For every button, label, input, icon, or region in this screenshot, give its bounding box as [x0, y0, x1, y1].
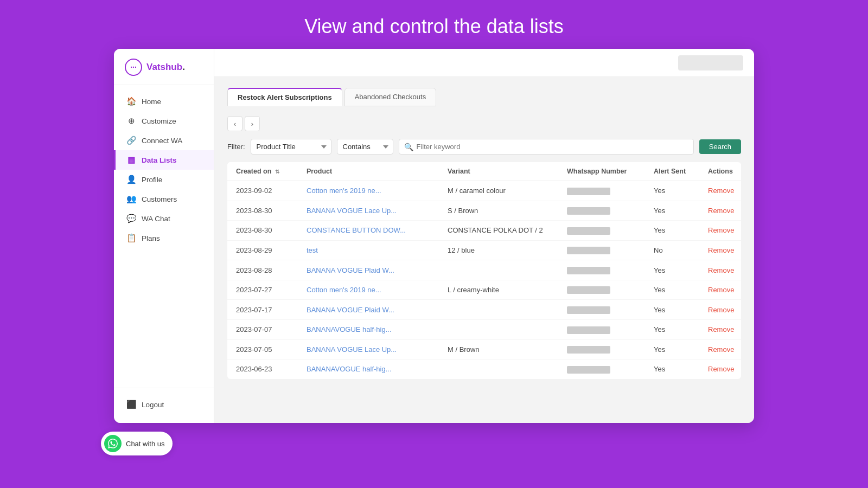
cell-product: BANANAVOGUE half-hig... — [307, 325, 448, 333]
tabs: Restock Alert SubscriptionsAbandoned Che… — [227, 88, 741, 106]
col-header-alert_sent: Alert Sent — [654, 168, 708, 175]
col-header-created: Created on ⇅ — [236, 168, 307, 175]
cell-date: 2023-08-29 — [236, 246, 307, 254]
cell-whatsapp — [567, 325, 654, 334]
app-window: ··· Vatshub. 🏠Home⊕Customize🔗Connect WA▦… — [114, 49, 754, 423]
remove-button[interactable]: Remove — [708, 345, 734, 354]
sidebar-item-plans[interactable]: 📋Plans — [114, 228, 214, 248]
cell-product: CONSTANCE BUTTON DOW... — [307, 226, 448, 234]
masked-phone — [567, 267, 610, 274]
cell-date: 2023-06-23 — [236, 365, 307, 373]
cell-date: 2023-07-17 — [236, 306, 307, 314]
cell-variant: S / Brown — [448, 207, 567, 215]
search-icon: 🔍 — [404, 143, 413, 151]
cell-product: Cotton men's 2019 ne... — [307, 286, 448, 294]
cell-variant: M / Brown — [448, 345, 567, 354]
cell-product: test — [307, 246, 448, 254]
tab-abandoned[interactable]: Abandoned Checkouts — [344, 88, 437, 106]
cell-whatsapp — [567, 266, 654, 274]
tab-restock[interactable]: Restock Alert Subscriptions — [227, 88, 342, 106]
cell-alert-sent: Yes — [654, 286, 708, 294]
wa-chat-icon: 💬 — [126, 214, 136, 223]
table-row: 2023-07-17BANANA VOGUE Plaid W...Yes Rem… — [227, 300, 741, 320]
table-header: Created on ⇅ProductVariantWhatsapp Numbe… — [227, 162, 741, 181]
cell-actions: Remove View Message — [708, 286, 741, 294]
cell-variant: 12 / blue — [448, 246, 567, 254]
sidebar-item-wa-chat[interactable]: 💬WA Chat — [114, 209, 214, 228]
cell-product: BANANA VOGUE Plaid W... — [307, 306, 448, 314]
cell-alert-sent: Yes — [654, 187, 708, 195]
whatsapp-icon — [104, 435, 122, 452]
masked-phone — [567, 227, 610, 235]
sidebar-item-label: Plans — [142, 234, 160, 242]
cell-date: 2023-07-27 — [236, 286, 307, 294]
cell-actions: Remove View Message — [708, 325, 741, 333]
filter-keyword-input[interactable] — [399, 139, 694, 155]
cell-alert-sent: Yes — [654, 266, 708, 274]
cell-date: 2023-07-05 — [236, 345, 307, 354]
cell-actions: Remove View Message — [708, 345, 741, 354]
remove-button[interactable]: Remove — [708, 187, 734, 195]
next-page-button[interactable]: › — [245, 116, 260, 131]
masked-phone — [567, 207, 610, 215]
chat-widget[interactable]: Chat with us — [101, 432, 173, 455]
sidebar-item-data-lists[interactable]: ▦Data Lists — [114, 150, 214, 170]
cell-actions: Remove View Message — [708, 365, 741, 373]
table-row: 2023-07-27Cotton men's 2019 ne...L / cre… — [227, 280, 741, 300]
col-header-whatsapp: Whatsapp Number — [567, 168, 654, 175]
sidebar-item-customers[interactable]: 👥Customers — [114, 189, 214, 209]
cell-alert-sent: Yes — [654, 325, 708, 333]
cell-actions: Remove View Message — [708, 187, 741, 195]
remove-button[interactable]: Remove — [708, 207, 734, 215]
sidebar-item-label: Profile — [142, 176, 162, 184]
remove-button[interactable]: Remove — [708, 286, 734, 294]
remove-button[interactable]: Remove — [708, 325, 734, 333]
cell-product: Cotton men's 2019 ne... — [307, 187, 448, 195]
sidebar-item-profile[interactable]: 👤Profile — [114, 170, 214, 189]
remove-button[interactable]: Remove — [708, 365, 734, 373]
remove-button[interactable]: Remove — [708, 246, 734, 254]
search-button[interactable]: Search — [699, 139, 741, 154]
filter-condition-select[interactable]: ContainsEqualsStarts With — [337, 139, 393, 155]
logo-text: Vatshub. — [146, 62, 185, 73]
sidebar-bottom: ⬛Logout — [114, 388, 214, 423]
masked-phone — [567, 326, 610, 334]
cell-whatsapp — [567, 365, 654, 374]
remove-button[interactable]: Remove — [708, 266, 734, 274]
cell-actions: Remove View Message — [708, 246, 741, 254]
cell-product: BANANA VOGUE Plaid W... — [307, 266, 448, 274]
cell-date: 2023-07-07 — [236, 325, 307, 333]
col-header-actions: Actions — [708, 168, 741, 175]
home-icon: 🏠 — [126, 97, 136, 106]
customers-icon: 👥 — [126, 194, 136, 204]
sidebar-item-logout[interactable]: ⬛Logout — [114, 395, 214, 414]
cell-whatsapp — [567, 305, 654, 314]
cell-date: 2023-08-30 — [236, 226, 307, 234]
table-row: 2023-07-07BANANAVOGUE half-hig...Yes Rem… — [227, 320, 741, 340]
connect-wa-icon: 🔗 — [126, 136, 136, 145]
data-table: Created on ⇅ProductVariantWhatsapp Numbe… — [227, 162, 741, 379]
sidebar-item-label: Connect WA — [142, 137, 182, 145]
sidebar-item-connect-wa[interactable]: 🔗Connect WA — [114, 131, 214, 150]
filter-field-select[interactable]: Product TitleVariantWhatsapp Number — [251, 139, 331, 155]
cell-date: 2023-08-28 — [236, 266, 307, 274]
cell-alert-sent: Yes — [654, 207, 708, 215]
cell-whatsapp — [567, 286, 654, 294]
sidebar-item-customize[interactable]: ⊕Customize — [114, 111, 214, 131]
logout-icon: ⬛ — [126, 400, 136, 409]
cell-whatsapp — [567, 187, 654, 195]
cell-variant: CONSTANCE POLKA DOT / 2 — [448, 226, 567, 234]
sort-icon[interactable]: ⇅ — [275, 169, 279, 175]
remove-button[interactable]: Remove — [708, 306, 734, 314]
sidebar-item-label: Customers — [142, 195, 177, 203]
masked-phone — [567, 188, 610, 195]
logo-icon: ··· — [125, 59, 142, 76]
remove-button[interactable]: Remove — [708, 226, 734, 234]
prev-page-button[interactable]: ‹ — [227, 116, 242, 131]
cell-whatsapp — [567, 246, 654, 255]
sidebar-item-home[interactable]: 🏠Home — [114, 92, 214, 111]
table-row: 2023-08-30BANANA VOGUE Lace Up...S / Bro… — [227, 201, 741, 221]
cell-variant: L / creamy-white — [448, 286, 567, 294]
topbar — [214, 49, 754, 77]
cell-product: BANANAVOGUE half-hig... — [307, 365, 448, 373]
